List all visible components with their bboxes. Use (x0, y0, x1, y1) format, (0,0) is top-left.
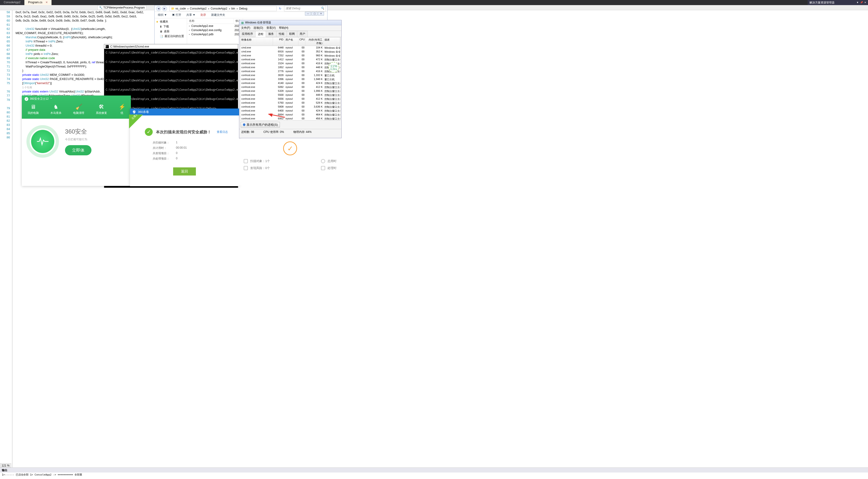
task-manager-window: ▦ Windows 任务管理器 文件(F)选项(O)查看(V)帮助(H) 应用程… (239, 20, 342, 138)
tab-programcs[interactable]: Program.cs ✕ (24, 0, 52, 5)
refresh-icon[interactable]: ↻ (278, 7, 283, 10)
svg-line-2 (268, 114, 285, 117)
tm-menubar: 文件(F)选项(O)查看(V)帮助(H) (239, 25, 341, 31)
nav-horse[interactable]: ♞木马查杀 (50, 104, 62, 115)
scan-titlebar[interactable]: 360杀毒 (130, 108, 239, 115)
organize-menu[interactable]: 组织 ▼ (158, 13, 167, 17)
menu-item[interactable]: 文件(F) (241, 26, 250, 30)
back-button[interactable]: 返回 (173, 167, 196, 175)
window-controls: — ▢ ✕ (305, 12, 324, 15)
share-menu[interactable]: 共享 ▼ (186, 13, 195, 17)
tab-project[interactable]: ConsoleApp2 (0, 0, 24, 5)
star-icon: ★ (156, 20, 158, 24)
process-row[interactable]: conhost.exe3028xysoul001,332 K窗口主机 (241, 73, 340, 77)
cmd-icon: C:\ (105, 45, 109, 48)
perfmon-icon: ▦ (241, 21, 244, 24)
scan-stat-row: 共计用时：00:00:01 (153, 145, 231, 151)
back-button[interactable]: ◄ (156, 6, 161, 11)
maximize-icon[interactable]: ▢ (311, 12, 317, 15)
process-row[interactable]: conhost.exe2776xysoul00416 K控制台窗口主机 (241, 70, 340, 73)
burn-button[interactable]: 刻录 (200, 13, 206, 17)
search-input[interactable]: 搜索 Debug 🔍 (284, 6, 326, 11)
zoom-level[interactable]: 121 % (0, 463, 11, 468)
grid-header[interactable]: 映像名称 PID 用户名 CPU 内存(专用工作集) 描述 (241, 37, 340, 46)
process-row[interactable]: conhost.exe5760xysoul00528 K控制台窗口主机 (241, 101, 340, 105)
process-row[interactable]: conhost.exe1852xysoul00448 K控制台窗口主机 (241, 66, 340, 70)
nav-opt[interactable]: ⚡优 (119, 104, 125, 115)
process-row[interactable]: conhost.exe6952xysoul00456 K控制台窗口主机 (241, 117, 340, 121)
sidebar-item-recent[interactable]: 📑最近访问的位置 (155, 34, 186, 39)
pin-icon[interactable]: 📌 (860, 1, 863, 4)
list-icon (244, 159, 248, 163)
process-row[interactable]: conhost.exe1524xysoul00416 K控制台窗口主机 (241, 62, 340, 66)
output-panel-header: 输出 显示输出来源(S): 生 (0, 468, 868, 473)
annotation-arrow (267, 113, 286, 118)
process-row[interactable]: conhost.exe5092xysoul00412 K控制台窗口主机 (241, 85, 340, 89)
tm-tabs: 应用程序进程服务性能联网用户 (239, 31, 341, 37)
close-icon[interactable]: ✕ (864, 1, 866, 4)
360-safeguard-window: ✓ 360安全卫士12 ⌃ 🖥我的电脑♞木马查杀🧹电脑清理🛠系统修复⚡优 360… (22, 96, 131, 186)
open-button[interactable]: ▣ 打开 (172, 13, 181, 17)
solution-explorer-header[interactable]: 解决方案资源管理器 ▼📌✕ (808, 0, 868, 5)
shield-icon (243, 123, 246, 126)
cloud-scan-badge: 云查杀 (129, 114, 143, 129)
nav-monitor[interactable]: 🖥我的电脑 (28, 104, 39, 115)
brand-bar: ✓ 360安全卫士12 ⌃ (22, 96, 131, 102)
minimize-icon[interactable]: — (305, 12, 311, 15)
process-row[interactable]: conhost.exe5328xysoul001,996 K控制台窗口主机 (241, 89, 340, 93)
scan-now-button[interactable]: 立即体 (65, 145, 91, 155)
gear-icon (321, 166, 325, 170)
360-antivirus-result: 360杀毒 云查杀 ✓ 本次扫描未发现任何安全威胁！ 查看日志 共扫描对象：1共… (130, 108, 239, 186)
tab-0[interactable]: 应用程序 (239, 31, 255, 37)
process-row[interactable]: conhost.exe4140xysoul00424 K控制台窗口主机 (241, 81, 340, 85)
stat-row: 发现风险：0个 (239, 165, 275, 172)
menu-item[interactable]: 帮助(H) (279, 26, 288, 30)
view-log-link[interactable]: 查看日志 (217, 130, 228, 134)
process-row[interactable]: cmd.exe6916xysoul00352 KWindows 命令处 (241, 50, 340, 54)
scan-stat-row: 共处理项目：0 (153, 156, 231, 161)
breadcrumb[interactable]: 📁 vs_code ConsoleApp2 ConsoleApp2 bin De… (169, 6, 277, 11)
cmd-titlebar[interactable]: C:\ C:\Windows\system32\cmd.exe (104, 44, 238, 49)
tab-3[interactable]: 性能 (276, 31, 287, 37)
process-row[interactable]: conhost.exe1412xysoul00472 K控制台窗口主机 (241, 58, 340, 62)
process-row[interactable]: conhost.exe6400xysoul00424 K控制台窗口主机 (241, 109, 340, 113)
explorer-sidebar: ★收藏夹 ⬇下载🖥桌面📑最近访问的位置 (155, 18, 187, 44)
tm-titlebar[interactable]: ▦ Windows 任务管理器 (239, 20, 341, 25)
favorites-header[interactable]: ★收藏夹 (155, 19, 186, 24)
class-selector[interactable]: 🔧 TCPMeterpreterProcess.Program (97, 5, 147, 10)
process-row[interactable]: conhost.exe5656xysoul00412 K控制台窗口主机 (241, 97, 340, 101)
file-icon: ▫ (189, 33, 190, 36)
stat-row: 总用时 (316, 158, 341, 165)
process-grid[interactable]: 映像名称 PID 用户名 CPU 内存(专用工作集) 描述 cmd.exe644… (240, 37, 340, 121)
sidebar-item-desktop[interactable]: 🖥桌面 (155, 29, 186, 34)
horse-icon: ♞ (53, 104, 59, 110)
code-nav-bar: 🔧 TCPMeterpreterProcess.Program ⚡ Main(s… (0, 5, 868, 10)
process-row[interactable]: conhost.exe3396xysoul001,948 K窗口主机 (241, 77, 340, 81)
process-row[interactable]: conhost.exe5808xysoul003,636 K控制台窗口主机 (241, 105, 340, 109)
chevron-up-icon[interactable]: ⌃ (50, 97, 52, 101)
close-icon[interactable]: ✕ (318, 12, 324, 15)
forward-button[interactable]: ► (162, 6, 167, 11)
checkmark-icon: ✓ (145, 128, 153, 136)
new-folder-button[interactable]: 新建文件夹 (211, 13, 225, 17)
sidebar-item-download[interactable]: ⬇下载 (155, 24, 186, 29)
menu-item[interactable]: 查看(V) (267, 26, 276, 30)
process-row[interactable]: cmd.exe7252xysoul00960 KWindows 命令处 (241, 54, 340, 58)
shield-icon (132, 110, 136, 114)
menu-item[interactable]: 选项(O) (253, 26, 263, 30)
process-row[interactable]: conhost.exe6664xysoul00464 K控制台窗口主机 (241, 113, 340, 117)
process-row[interactable]: conhost.exe5500xysoul00448 K控制台窗口主机 (241, 93, 340, 97)
tab-5[interactable]: 用户 (297, 31, 308, 37)
tab-2[interactable]: 服务 (266, 31, 276, 37)
close-icon[interactable]: ✕ (45, 1, 48, 4)
stat-row: 处理时 (316, 165, 341, 172)
ok-ring-icon: ✓ (283, 141, 297, 155)
nav-wrench[interactable]: 🛠系统修复 (96, 104, 107, 115)
tab-1[interactable]: 进程 (255, 31, 266, 37)
nav-broom[interactable]: 🧹电脑清理 (73, 104, 84, 115)
process-row[interactable]: cmd.exe6448xysoul00104 KWindows 命令处 (241, 46, 340, 50)
show-all-users-button[interactable]: 显示所有用户的进程(S) (241, 122, 280, 128)
tab-4[interactable]: 联网 (287, 31, 297, 37)
desktop-icon: 🖥 (160, 30, 162, 33)
dropdown-icon[interactable]: ▼ (857, 1, 859, 4)
